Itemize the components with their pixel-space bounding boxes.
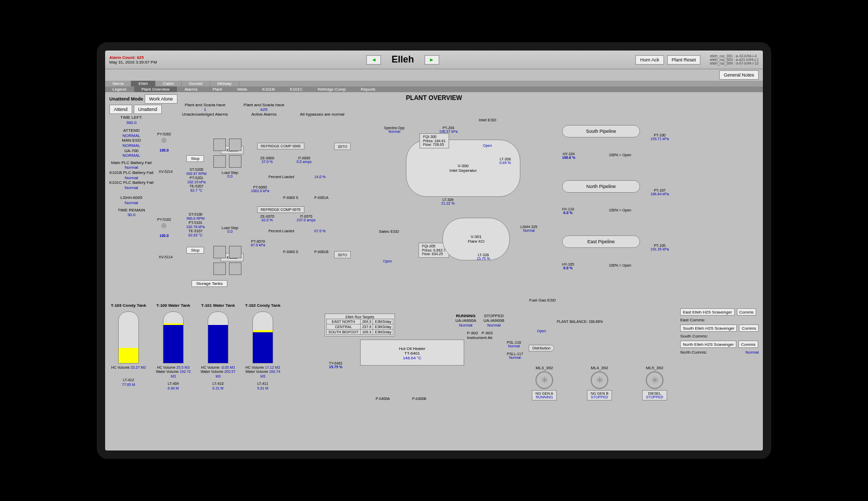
- compressor-icon: [229, 139, 241, 151]
- tank-t103: T-103 Condy Tank HC Volume 33.27 M3 LT-4…: [109, 303, 148, 391]
- subtab-wells[interactable]: Wells: [230, 86, 255, 92]
- refridge-6070[interactable]: REFRIDGE COMP 6070: [257, 206, 304, 213]
- nav-prev-button[interactable]: ◄: [366, 55, 381, 65]
- alarm-count: Alarm Count: 625: [109, 55, 229, 60]
- subtab-alarms[interactable]: Alarms: [177, 86, 206, 92]
- timestamp: May 31, 2016 3:39:07 PM: [109, 60, 229, 65]
- unattend-button[interactable]: Unattend: [134, 105, 162, 114]
- valve-icon: [159, 136, 169, 148]
- tab-bar: Sierra Elleh Cabin Gunnel Midway Legend …: [105, 81, 763, 92]
- general-notes-button[interactable]: General Notes: [719, 70, 759, 80]
- run-targets: Elleh Run Targets EAST NORTH269.3E3M3/da…: [325, 314, 395, 336]
- north-pipeline: North Pipeline: [562, 180, 640, 193]
- overview-title: PLANT OVERVIEW: [109, 94, 759, 102]
- subtab-refridge[interactable]: Refridge Comp: [311, 86, 354, 92]
- serial-list: elleh_roc_001 : a-32-b/94-i-4 elleh_roc_…: [710, 54, 759, 65]
- compressor-icon: [213, 262, 226, 275]
- south-scavenger-button[interactable]: South Elleh H2S Scavenger: [680, 324, 737, 332]
- instrument-air: RUNNINGUA-IA900ANormal STOPPEDUA-IA900BN…: [449, 314, 511, 340]
- tank-t101: T-101 Water Tank HC Volume -0.05 M3 Wate…: [199, 303, 237, 391]
- bypass-status: All bypasses are normal: [300, 112, 344, 117]
- tank-t102: T-102 Condy Tank HC Volume 17.12 M3 Wate…: [244, 303, 282, 391]
- 3sto-box: 3STO: [334, 251, 351, 258]
- east-scavenger-button[interactable]: East Elleh H2S Scavenger: [680, 308, 734, 316]
- fan-icon: ✳: [591, 371, 608, 389]
- subtab-legend[interactable]: Legend: [105, 86, 134, 92]
- east-pipeline: East Pipeline: [562, 235, 640, 248]
- north-scavenger-button[interactable]: North Elleh H2S Scavenger: [680, 341, 736, 348]
- compressor-icon: [229, 246, 241, 258]
- plant-balance: PLANT BALANCE: 108.88%: [557, 320, 603, 323]
- refridge-6060[interactable]: REFRIDGE COMP 6060: [257, 143, 304, 149]
- tab-midway[interactable]: Midway: [210, 81, 239, 86]
- compressor-icon: [229, 155, 241, 168]
- subtab-k101c[interactable]: K101C: [283, 86, 310, 92]
- work-alone-button[interactable]: Work Alone: [145, 94, 178, 104]
- nav-next-button[interactable]: ►: [425, 55, 439, 65]
- compressor-icon: [213, 155, 226, 168]
- storage-tanks-button[interactable]: Storage Tanks: [192, 280, 227, 287]
- subtab-k101b[interactable]: K101B: [255, 86, 283, 92]
- tank-t100: T-100 Water Tank HC Volume 25.5 M3 Water…: [154, 303, 193, 391]
- comms-button[interactable]: Comms: [738, 341, 758, 348]
- plant-diagram: PY-5202100.0 XV-5214 Stop ST-5200992.97 …: [109, 119, 759, 311]
- valve-icon: [159, 221, 169, 234]
- hot-oil-heater: Hot Oil Heater TT-6401148.64 °C: [360, 340, 464, 366]
- compressor-icon: [229, 262, 241, 275]
- fqi-300: FQI-300Press: 184.61Flow: 728.65: [419, 133, 449, 148]
- horn-ack-button[interactable]: Horn Ack: [635, 55, 664, 65]
- fan-icon: ✳: [535, 371, 553, 389]
- compressor-icon: [213, 139, 226, 151]
- plant-reset-button[interactable]: Plant Reset: [667, 55, 701, 65]
- gen-ml5: ML5_392✳DIESELSTOPPED: [632, 366, 678, 400]
- tab-cabin[interactable]: Cabin: [156, 81, 182, 86]
- tanks-row: T-103 Condy Tank HC Volume 33.27 M3 LT-4…: [109, 303, 282, 391]
- tab-elleh[interactable]: Elleh: [131, 81, 156, 86]
- page-title: Elleh: [391, 54, 414, 65]
- v301-vessel: V-301Flare KO: [442, 218, 510, 260]
- compressor-icon: [213, 246, 226, 258]
- stop-k101c-button[interactable]: Stop: [186, 155, 204, 162]
- attend-button[interactable]: Attend: [109, 105, 132, 114]
- subtab-plant[interactable]: Plant: [205, 86, 229, 92]
- tab-gunnel[interactable]: Gunnel: [182, 81, 210, 86]
- south-pipeline: South Pipeline: [562, 125, 640, 137]
- 3sto-box: 3STO: [334, 143, 351, 150]
- mode-label: Unattend Mode: [109, 96, 143, 102]
- gen-ml4: ML4_392✳NG GEN BSTOPPED: [577, 366, 622, 400]
- fan-icon: ✳: [646, 371, 663, 389]
- subtab-overview[interactable]: Plant Overview: [134, 86, 177, 92]
- tab-sierra[interactable]: Sierra: [105, 81, 131, 86]
- stop-k101b-button[interactable]: Stop: [186, 247, 204, 254]
- comms-button[interactable]: Comms: [737, 308, 757, 316]
- subtab-reports[interactable]: Reports: [353, 86, 383, 92]
- comms-button[interactable]: Comms: [739, 324, 759, 332]
- gen-ml3: ML3_392✳NG GEN ARUNNING: [521, 366, 567, 400]
- distribution-box: Distribution: [529, 345, 554, 352]
